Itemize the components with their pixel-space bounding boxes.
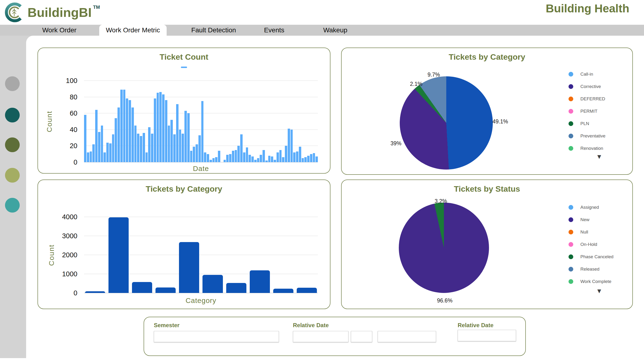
bar[interactable] [98,132,100,162]
bar[interactable] [108,217,129,293]
tab-events[interactable]: Events [252,25,297,36]
bar[interactable] [280,150,282,162]
sidebar-nav-dot-2[interactable] [5,108,20,122]
bar[interactable] [134,125,137,162]
relative-date-2-input[interactable] [458,330,516,341]
relative-date-input-2[interactable] [351,331,372,342]
bar[interactable] [212,158,215,162]
bar[interactable] [198,135,201,162]
bar[interactable] [293,152,296,162]
bar[interactable] [238,146,240,162]
bar[interactable] [162,94,164,162]
bar[interactable] [190,151,192,162]
tab-work-order[interactable]: Work Order [28,25,90,36]
bar[interactable] [173,134,176,162]
bar[interactable] [187,113,190,162]
bar[interactable] [297,288,317,293]
bar[interactable] [168,125,170,162]
bar[interactable] [154,98,156,162]
bar[interactable] [132,282,152,293]
bar[interactable] [201,101,204,162]
bar[interactable] [90,151,92,162]
bar[interactable] [184,111,187,162]
bar[interactable] [95,110,98,162]
legend-item-null[interactable]: Null [568,229,632,235]
bar[interactable] [215,157,218,162]
bar[interactable] [182,134,184,162]
legend-item-pln[interactable]: PLN [568,120,632,127]
legend-expand-icon[interactable]: ▼ [596,153,602,160]
bar[interactable] [304,157,307,162]
bar[interactable] [176,104,178,162]
bar[interactable] [109,143,112,162]
legend-item-phase-canceled[interactable]: Phase Canceled [568,253,632,260]
bar[interactable] [250,270,270,293]
bar[interactable] [156,287,176,293]
bar[interactable] [179,242,199,293]
bar[interactable] [210,160,212,162]
bar[interactable] [132,107,134,162]
legend-item-corrective[interactable]: Corrective [568,83,632,90]
bar[interactable] [299,147,301,162]
sidebar-nav-dot-5[interactable] [5,198,20,213]
legend-item-preventative[interactable]: Preventative [568,133,632,139]
bar[interactable] [296,151,298,162]
legend-item-permit[interactable]: PERMIT [568,108,632,115]
bar[interactable] [246,147,248,162]
bar[interactable] [240,134,242,162]
legend-item-work-complete[interactable]: Work Complete [568,278,632,285]
bar[interactable] [226,283,246,293]
bar[interactable] [204,152,206,162]
bar[interactable] [179,130,181,162]
bar[interactable] [248,155,251,162]
relative-date-input-1[interactable] [293,331,348,342]
bar[interactable] [140,136,142,162]
bar[interactable] [137,134,139,162]
semester-input[interactable] [154,331,279,342]
bar[interactable] [196,144,198,162]
bar[interactable] [85,291,105,293]
bar[interactable] [252,156,254,162]
legend-item-on-hold[interactable]: On-Hold [568,241,632,248]
bar[interactable] [257,158,260,162]
tab-work-order-metric[interactable]: Work Order Metric [99,25,167,36]
bar[interactable] [87,152,89,162]
bar[interactable] [92,144,95,162]
bar[interactable] [266,160,268,162]
bar[interactable] [307,156,310,162]
bar[interactable] [120,90,123,162]
bar[interactable] [157,93,159,162]
bar[interactable] [104,152,106,162]
bar[interactable] [288,129,290,162]
category-pie-chart[interactable] [400,76,493,169]
bar[interactable] [302,158,304,162]
bar[interactable] [254,160,256,162]
bar[interactable] [112,134,114,162]
tab-wakeup[interactable]: Wakeup [305,25,366,36]
sidebar-nav-dot-3[interactable] [5,137,20,152]
bar[interactable] [101,125,103,162]
bar[interactable] [143,133,145,162]
legend-item-assigned[interactable]: Assigned [568,204,632,211]
bar[interactable] [115,118,117,162]
bar[interactable] [123,90,126,162]
bar[interactable] [262,150,265,162]
bar[interactable] [84,115,86,162]
bar[interactable] [170,120,173,162]
bar[interactable] [159,92,162,162]
status-pie-chart[interactable] [399,203,489,293]
bar[interactable] [202,275,223,293]
bar[interactable] [193,147,195,162]
bar[interactable] [313,153,315,162]
bar[interactable] [224,160,226,162]
bar[interactable] [268,156,270,162]
bar[interactable] [129,100,131,162]
bar[interactable] [273,289,294,293]
bar[interactable] [271,156,273,162]
bar[interactable] [310,154,312,162]
bar[interactable] [126,98,128,162]
tab-fault-detection[interactable]: Fault Detection [177,25,250,36]
bar[interactable] [285,146,287,162]
legend-item-new[interactable]: New [568,216,632,223]
legend-item-deferred[interactable]: DEFERRED [568,96,632,102]
